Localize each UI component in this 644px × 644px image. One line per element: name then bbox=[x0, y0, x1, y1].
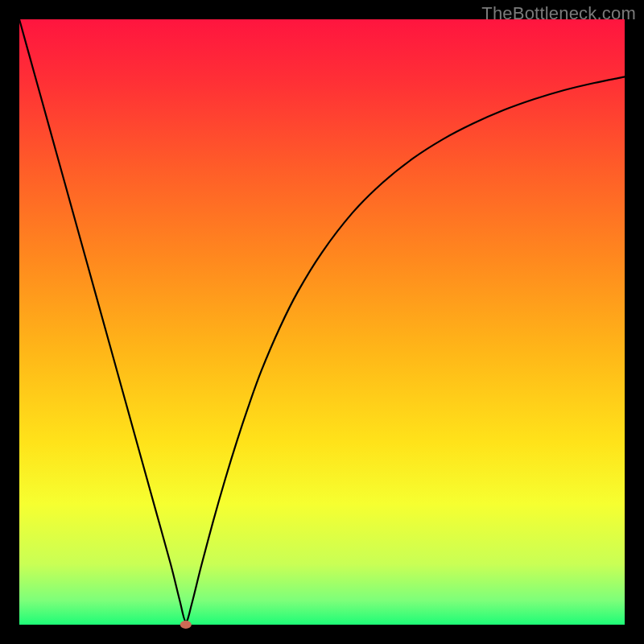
plot-area bbox=[19, 19, 625, 625]
bottleneck-chart bbox=[0, 0, 644, 644]
watermark-text: TheBottleneck.com bbox=[481, 3, 636, 24]
chart-container: { "watermark": "TheBottleneck.com", "cha… bbox=[0, 0, 644, 644]
minimum-marker bbox=[180, 621, 192, 629]
